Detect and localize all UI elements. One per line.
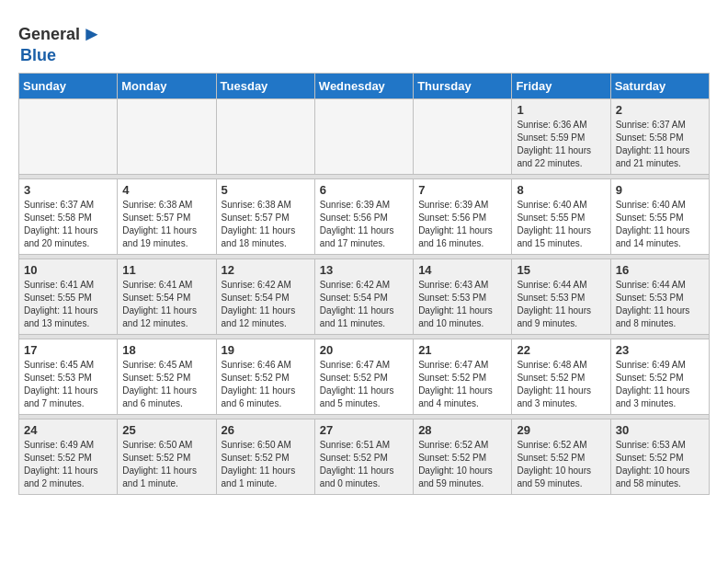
day-number: 26 (222, 423, 310, 437)
day-info: Sunrise: 6:37 AM Sunset: 5:58 PM Dayligh… (616, 119, 704, 170)
day-info: Sunrise: 6:38 AM Sunset: 5:57 PM Dayligh… (122, 199, 210, 250)
day-info: Sunrise: 6:42 AM Sunset: 5:54 PM Dayligh… (320, 279, 408, 330)
header-day-saturday: Saturday (610, 74, 709, 99)
day-number: 8 (517, 183, 605, 197)
day-number: 7 (418, 183, 506, 197)
calendar-cell: 4Sunrise: 6:38 AM Sunset: 5:57 PM Daylig… (118, 179, 216, 255)
calendar-cell: 23Sunrise: 6:49 AM Sunset: 5:52 PM Dayli… (610, 339, 709, 415)
calendar-cell: 16Sunrise: 6:44 AM Sunset: 5:53 PM Dayli… (610, 259, 709, 335)
header-day-friday: Friday (512, 74, 610, 99)
day-info: Sunrise: 6:41 AM Sunset: 5:54 PM Dayligh… (122, 279, 210, 330)
day-info: Sunrise: 6:50 AM Sunset: 5:52 PM Dayligh… (122, 439, 210, 490)
calendar-cell: 2Sunrise: 6:37 AM Sunset: 5:58 PM Daylig… (610, 99, 709, 175)
calendar-cell: 21Sunrise: 6:47 AM Sunset: 5:52 PM Dayli… (414, 339, 512, 415)
calendar-cell: 19Sunrise: 6:46 AM Sunset: 5:52 PM Dayli… (216, 339, 314, 415)
logo-bird-icon: ► (82, 22, 102, 46)
day-number: 20 (320, 343, 408, 357)
day-number: 22 (517, 343, 605, 357)
calendar-cell: 9Sunrise: 6:40 AM Sunset: 5:55 PM Daylig… (610, 179, 709, 255)
calendar-cell: 30Sunrise: 6:53 AM Sunset: 5:52 PM Dayli… (610, 419, 709, 495)
day-info: Sunrise: 6:37 AM Sunset: 5:58 PM Dayligh… (24, 199, 112, 250)
day-info: Sunrise: 6:40 AM Sunset: 5:55 PM Dayligh… (517, 199, 605, 250)
header-day-monday: Monday (118, 74, 216, 99)
calendar-cell: 28Sunrise: 6:52 AM Sunset: 5:52 PM Dayli… (414, 419, 512, 495)
header-day-thursday: Thursday (414, 74, 512, 99)
calendar-cell: 29Sunrise: 6:52 AM Sunset: 5:52 PM Dayli… (512, 419, 610, 495)
day-number: 24 (24, 423, 112, 437)
calendar-cell: 27Sunrise: 6:51 AM Sunset: 5:52 PM Dayli… (314, 419, 413, 495)
day-number: 28 (418, 423, 506, 437)
day-info: Sunrise: 6:43 AM Sunset: 5:53 PM Dayligh… (418, 279, 506, 330)
day-info: Sunrise: 6:47 AM Sunset: 5:52 PM Dayligh… (320, 359, 408, 410)
day-number: 30 (616, 423, 704, 437)
logo: General ► Blue (18, 22, 102, 65)
day-number: 10 (24, 263, 112, 277)
calendar-body: 1Sunrise: 6:36 AM Sunset: 5:59 PM Daylig… (19, 99, 710, 495)
day-number: 25 (122, 423, 210, 437)
calendar-cell: 3Sunrise: 6:37 AM Sunset: 5:58 PM Daylig… (19, 179, 118, 255)
calendar-header: SundayMondayTuesdayWednesdayThursdayFrid… (19, 74, 710, 99)
calendar-cell: 14Sunrise: 6:43 AM Sunset: 5:53 PM Dayli… (414, 259, 512, 335)
day-info: Sunrise: 6:39 AM Sunset: 5:56 PM Dayligh… (320, 199, 408, 250)
day-number: 5 (222, 183, 310, 197)
calendar-table: SundayMondayTuesdayWednesdayThursdayFrid… (18, 73, 710, 495)
calendar-cell: 12Sunrise: 6:42 AM Sunset: 5:54 PM Dayli… (216, 259, 314, 335)
calendar-cell: 1Sunrise: 6:36 AM Sunset: 5:59 PM Daylig… (512, 99, 610, 175)
day-number: 13 (320, 263, 408, 277)
calendar-cell: 8Sunrise: 6:40 AM Sunset: 5:55 PM Daylig… (512, 179, 610, 255)
day-number: 21 (418, 343, 506, 357)
calendar-week-row: 17Sunrise: 6:45 AM Sunset: 5:53 PM Dayli… (19, 339, 710, 415)
day-info: Sunrise: 6:42 AM Sunset: 5:54 PM Dayligh… (222, 279, 310, 330)
calendar-cell: 15Sunrise: 6:44 AM Sunset: 5:53 PM Dayli… (512, 259, 610, 335)
day-info: Sunrise: 6:41 AM Sunset: 5:55 PM Dayligh… (24, 279, 112, 330)
page-header: General ► Blue (18, 18, 710, 65)
day-number: 14 (418, 263, 506, 277)
calendar-cell: 11Sunrise: 6:41 AM Sunset: 5:54 PM Dayli… (118, 259, 216, 335)
day-info: Sunrise: 6:45 AM Sunset: 5:52 PM Dayligh… (122, 359, 210, 410)
calendar-cell: 10Sunrise: 6:41 AM Sunset: 5:55 PM Dayli… (19, 259, 118, 335)
day-info: Sunrise: 6:49 AM Sunset: 5:52 PM Dayligh… (24, 439, 112, 490)
calendar-week-row: 10Sunrise: 6:41 AM Sunset: 5:55 PM Dayli… (19, 259, 710, 335)
calendar-cell (118, 99, 216, 175)
calendar-cell: 22Sunrise: 6:48 AM Sunset: 5:52 PM Dayli… (512, 339, 610, 415)
calendar-cell (314, 99, 413, 175)
day-info: Sunrise: 6:53 AM Sunset: 5:52 PM Dayligh… (616, 439, 704, 490)
calendar-cell: 5Sunrise: 6:38 AM Sunset: 5:57 PM Daylig… (216, 179, 314, 255)
day-number: 23 (616, 343, 704, 357)
calendar-cell: 20Sunrise: 6:47 AM Sunset: 5:52 PM Dayli… (314, 339, 413, 415)
header-row: SundayMondayTuesdayWednesdayThursdayFrid… (19, 74, 710, 99)
day-number: 3 (24, 183, 112, 197)
day-number: 2 (616, 103, 704, 117)
day-info: Sunrise: 6:46 AM Sunset: 5:52 PM Dayligh… (222, 359, 310, 410)
calendar-week-row: 24Sunrise: 6:49 AM Sunset: 5:52 PM Dayli… (19, 419, 710, 495)
header-day-sunday: Sunday (19, 74, 118, 99)
calendar-cell: 13Sunrise: 6:42 AM Sunset: 5:54 PM Dayli… (314, 259, 413, 335)
calendar-week-row: 3Sunrise: 6:37 AM Sunset: 5:58 PM Daylig… (19, 179, 710, 255)
day-number: 6 (320, 183, 408, 197)
calendar-cell: 18Sunrise: 6:45 AM Sunset: 5:52 PM Dayli… (118, 339, 216, 415)
calendar-cell: 26Sunrise: 6:50 AM Sunset: 5:52 PM Dayli… (216, 419, 314, 495)
day-number: 16 (616, 263, 704, 277)
calendar-week-row: 1Sunrise: 6:36 AM Sunset: 5:59 PM Daylig… (19, 99, 710, 175)
calendar-cell (414, 99, 512, 175)
day-info: Sunrise: 6:49 AM Sunset: 5:52 PM Dayligh… (616, 359, 704, 410)
day-number: 19 (222, 343, 310, 357)
day-number: 17 (24, 343, 112, 357)
day-number: 9 (616, 183, 704, 197)
day-number: 11 (122, 263, 210, 277)
day-number: 29 (517, 423, 605, 437)
day-info: Sunrise: 6:44 AM Sunset: 5:53 PM Dayligh… (616, 279, 704, 330)
day-info: Sunrise: 6:45 AM Sunset: 5:53 PM Dayligh… (24, 359, 112, 410)
day-info: Sunrise: 6:38 AM Sunset: 5:57 PM Dayligh… (222, 199, 310, 250)
calendar-cell: 17Sunrise: 6:45 AM Sunset: 5:53 PM Dayli… (19, 339, 118, 415)
calendar-cell (216, 99, 314, 175)
day-info: Sunrise: 6:40 AM Sunset: 5:55 PM Dayligh… (616, 199, 704, 250)
day-info: Sunrise: 6:51 AM Sunset: 5:52 PM Dayligh… (320, 439, 408, 490)
day-info: Sunrise: 6:47 AM Sunset: 5:52 PM Dayligh… (418, 359, 506, 410)
day-number: 1 (517, 103, 605, 117)
calendar-cell: 25Sunrise: 6:50 AM Sunset: 5:52 PM Dayli… (118, 419, 216, 495)
day-number: 4 (122, 183, 210, 197)
day-info: Sunrise: 6:52 AM Sunset: 5:52 PM Dayligh… (517, 439, 605, 490)
header-day-tuesday: Tuesday (216, 74, 314, 99)
day-number: 27 (320, 423, 408, 437)
